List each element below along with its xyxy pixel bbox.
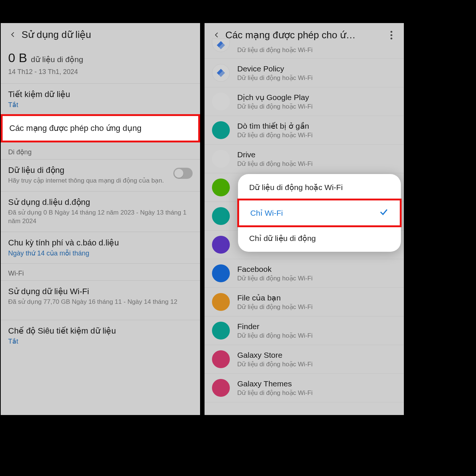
header: Các mạng được phép cho ứ… (205, 23, 404, 45)
app-row[interactable]: Galaxy StoreDữ liệu di động hoặc Wi-Fi (205, 345, 404, 374)
app-icon (212, 39, 230, 52)
app-row[interactable]: Device PolicyDữ liệu di động hoặc Wi-Fi (205, 59, 404, 87)
app-row[interactable]: FinderDữ liệu di động hoặc Wi-Fi (205, 316, 404, 345)
option-mobile-or-wifi[interactable]: Dữ liệu di động hoặc Wi-Fi (238, 176, 401, 199)
usage-value: 0 B (8, 51, 27, 65)
section-wifi: Wi-Fi (1, 263, 200, 280)
mobile-data-row[interactable]: Dữ liệu di động Hãy truy cập internet th… (1, 159, 200, 191)
app-name: Drive (237, 150, 313, 159)
header: Sử dụng dữ liệu (1, 23, 200, 45)
app-icon (212, 264, 230, 282)
app-row[interactable]: Dò tìm thiết bị ở gầnDữ liệu di động hoặ… (205, 116, 404, 145)
app-row[interactable]: Dịch vụ Google PlayDữ liệu di động hoặc … (205, 87, 404, 116)
app-icon (212, 150, 230, 168)
app-name: Galaxy Store (237, 351, 313, 360)
app-sub: Dữ liệu di động hoặc Wi-Fi (237, 160, 313, 168)
app-name: Galaxy Themes (237, 379, 313, 388)
app-row[interactable]: File của bạnDữ liệu di động hoặc Wi-Fi (205, 288, 404, 316)
option-mobile-only[interactable]: Chỉ dữ liệu di động (238, 227, 401, 250)
app-icon (212, 207, 230, 225)
ultra-saving-row[interactable]: Chế độ Siêu tiết kiệm dữ liệu Tắt (1, 320, 200, 351)
app-name: Finder (237, 322, 313, 331)
app-sub: Dữ liệu di động hoặc Wi-Fi (237, 103, 313, 110)
usage-summary: 0 B dữ liệu di động 14 Th12 - 13 Th1, 20… (1, 45, 200, 83)
app-icon (212, 121, 230, 139)
page-title: Các mạng được phép cho ứ… (225, 29, 385, 41)
app-name: Dò tìm thiết bị ở gần (237, 122, 313, 131)
app-sub: Dữ liệu di động hoặc Wi-Fi (237, 46, 313, 54)
app-icon (212, 64, 230, 82)
app-sub: Dữ liệu di động hoặc Wi-Fi (237, 332, 313, 340)
usage-date-range: 14 Th12 - 13 Th1, 2024 (8, 68, 193, 76)
app-sub: Dữ liệu di động hoặc Wi-Fi (237, 360, 313, 368)
screen-data-usage: Sử dụng dữ liệu 0 B dữ liệu di động 14 T… (0, 22, 201, 416)
app-icon (212, 93, 230, 110)
app-sub: Dữ liệu di động hoặc Wi-Fi (237, 303, 313, 311)
app-name: Dịch vụ Google Play (237, 93, 313, 102)
back-button[interactable] (7, 28, 19, 41)
data-saver-row[interactable]: Tiết kiệm dữ liệu Tắt (1, 83, 200, 115)
mobile-usage-row[interactable]: Sử dụng d.liệu d.động Đã sử dụng 0 B Ngà… (1, 191, 200, 232)
screen-allowed-networks: Các mạng được phép cho ứ… Dữ liệu di độn… (204, 22, 405, 416)
more-menu-icon[interactable] (385, 28, 398, 42)
app-row[interactable]: Galaxy ThemesDữ liệu di động hoặc Wi-Fi (205, 374, 404, 402)
app-sub: Dữ liệu di động hoặc Wi-Fi (237, 131, 313, 139)
app-sub: Dữ liệu di động hoặc Wi-Fi (237, 389, 313, 397)
app-name: Facebook (237, 265, 313, 274)
app-icon (212, 236, 230, 254)
app-name: Device Policy (237, 64, 313, 73)
usage-label: dữ liệu di động (31, 55, 83, 64)
app-row[interactable]: DriveDữ liệu di động hoặc Wi-Fi (205, 145, 404, 173)
wifi-usage-row[interactable]: Sử dụng dữ liệu Wi-Fi Đã sử dụng 77,70 G… (1, 280, 200, 312)
app-sub: Dữ liệu di động hoặc Wi-Fi (237, 74, 313, 82)
app-icon (212, 322, 230, 340)
app-name: File của bạn (237, 293, 313, 302)
check-icon (379, 207, 389, 219)
mobile-data-toggle[interactable] (173, 168, 193, 179)
app-row[interactable]: Dữ liệu di động hoặc Wi-Fi (205, 45, 404, 59)
billing-cycle-row[interactable]: Chu kỳ tính phí và c.báo d.liệu Ngày thứ… (1, 232, 200, 263)
page-title: Sử dụng dữ liệu (22, 29, 194, 41)
allowed-networks-row[interactable]: Các mạng được phép cho ứng dụng (1, 114, 200, 142)
app-icon (212, 379, 230, 397)
option-wifi-only[interactable]: Chỉ Wi-Fi (237, 199, 402, 227)
network-options-popup: Dữ liệu di động hoặc Wi-Fi Chỉ Wi-Fi Chỉ… (238, 174, 401, 252)
app-icon (212, 293, 230, 311)
app-icon (212, 350, 230, 368)
app-sub: Dữ liệu di động hoặc Wi-Fi (237, 274, 313, 282)
section-mobile: Di động (1, 142, 200, 159)
app-row[interactable]: FacebookDữ liệu di động hoặc Wi-Fi (205, 259, 404, 288)
app-icon (212, 178, 230, 196)
